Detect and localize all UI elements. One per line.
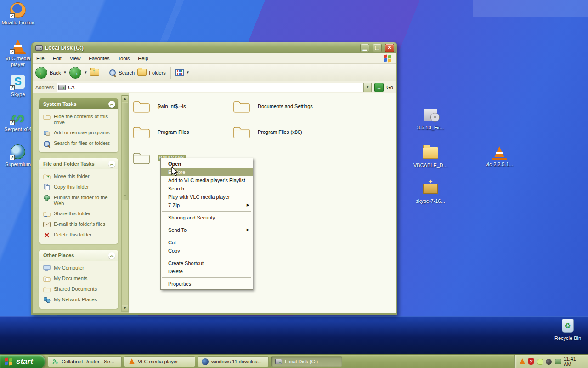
recycle-bin-icon: ♻ [562, 319, 574, 333]
collapse-chevron-icon[interactable]: ︽ [108, 101, 115, 108]
menu-file[interactable]: File [36, 56, 45, 61]
task-hide-contents[interactable]: Hide the contents of this drive [43, 114, 115, 126]
package-box-icon [423, 184, 438, 194]
start-label: start [16, 357, 33, 366]
place-my-documents[interactable]: My Documents [43, 276, 115, 282]
task-add-remove-programs[interactable]: Add or remove programs [43, 130, 115, 136]
ctx-send-to[interactable]: Send To▶ [161, 226, 253, 234]
scroll-up-button[interactable]: ▲ [122, 95, 128, 102]
ctx-copy[interactable]: Copy [161, 247, 253, 255]
taskbar-task-collabnet[interactable]: Collabnet Router - Se... [48, 356, 122, 367]
file-item[interactable]: $win_nt$.~ls [133, 99, 186, 113]
ctx-search[interactable]: Search... [161, 184, 253, 193]
system-tasks-header[interactable]: System Tasks ︽ [39, 98, 118, 109]
place-network-places[interactable]: My Network Places [43, 297, 115, 303]
menu-favorites[interactable]: Favorites [89, 56, 109, 61]
place-label: Shared Documents [54, 286, 97, 292]
task-email-folder[interactable]: E-mail this folder's files [43, 221, 115, 228]
ctx-play-with-vlc[interactable]: Play with VLC media player [161, 193, 253, 201]
taskbar-task-browser[interactable]: windows 11 downloa... [198, 356, 269, 367]
ctx-properties[interactable]: Properties [161, 280, 253, 288]
place-shared-documents[interactable]: Shared Documents [43, 286, 115, 293]
collapse-chevron-icon[interactable]: ︽ [108, 252, 115, 259]
desktop-icon-vbcable-folder[interactable]: VBCABLE_D... [413, 144, 448, 168]
address-dropdown-button[interactable]: ▼ [363, 83, 371, 92]
ctx-create-shortcut[interactable]: Create Shortcut [161, 259, 253, 267]
clock[interactable]: 11:41 AM [564, 356, 584, 367]
panel-title: File and Folder Tasks [43, 161, 95, 167]
desktop-icon-vlc[interactable]: ↗ VLC media player [0, 38, 36, 68]
task-publish-folder[interactable]: Publish this folder to the Web [43, 195, 115, 207]
file-folder-tasks-header[interactable]: File and Folder Tasks ︽ [39, 158, 118, 169]
desktop-icon-label: skype-7-16... [413, 198, 448, 204]
window-title: Local Disk (C:) [45, 45, 357, 51]
task-label: Delete this folder [54, 232, 92, 238]
back-dropdown-icon[interactable]: ▼ [63, 70, 67, 75]
network-tray-icon[interactable] [555, 358, 561, 365]
desktop-icon-serpent[interactable]: ᔕ↗ Serpent x64 [0, 109, 36, 132]
start-button[interactable]: start [0, 355, 45, 368]
desktop-icon-installer[interactable]: 3.5.13_Fir... [413, 107, 448, 131]
task-delete-folder[interactable]: Delete this folder [43, 232, 115, 238]
ctx-delete[interactable]: Delete [161, 267, 253, 276]
up-button[interactable]: ↑ [90, 69, 99, 76]
collapse-chevron-icon[interactable]: ︽ [108, 161, 115, 167]
other-places-header[interactable]: Other Places ︽ [39, 250, 118, 261]
computer-icon [43, 265, 51, 271]
ctx-7zip[interactable]: 7-Zip▶ [161, 201, 253, 209]
desktop-icon-supermium[interactable]: ↗ Supermium [0, 144, 36, 167]
desktop-icon-firefox[interactable]: ↗ Mozilla Firefox [0, 2, 36, 26]
menu-view[interactable]: View [70, 56, 81, 61]
forward-button[interactable]: → ▼ [69, 67, 87, 79]
panel-title: System Tasks [43, 101, 77, 107]
search-button[interactable]: Search [109, 69, 135, 76]
taskbar-task-local-disk[interactable]: Local Disk (C:) [271, 356, 342, 367]
volume-tray-icon[interactable] [546, 358, 552, 365]
task-copy-folder[interactable]: Copy this folder [43, 184, 115, 190]
security-shield-icon[interactable]: ✕ [528, 358, 534, 365]
ctx-add-to-vlc-playlist[interactable]: Add to VLC media player's Playlist [161, 176, 253, 184]
desktop-icon-label: 3.5.13_Fir... [413, 125, 448, 131]
submenu-arrow-icon: ▶ [247, 201, 249, 209]
programs-icon [43, 130, 51, 136]
go-button[interactable]: → [374, 83, 384, 92]
desktop-icon-skype[interactable]: S↗ Skype [0, 74, 36, 98]
desktop-icon-recycle-bin[interactable]: ♻ Recycle Bin [550, 317, 586, 341]
folders-button[interactable]: Folders [137, 69, 166, 76]
file-item[interactable]: Documents and Settings [233, 99, 313, 113]
desktop-icon-label: vlc-2.2.5.1... [481, 161, 517, 167]
scroll-down-button[interactable]: ▼ [122, 305, 128, 311]
forward-dropdown-icon[interactable]: ▼ [84, 70, 87, 75]
address-input[interactable]: C:\ ▼ [57, 83, 372, 92]
back-button[interactable]: ← Back ▼ [35, 67, 67, 79]
ctx-cut[interactable]: Cut [161, 238, 253, 247]
task-share-folder[interactable]: Share this folder [43, 211, 115, 217]
scroll-thumb[interactable] [122, 103, 128, 200]
menu-tools[interactable]: Tools [118, 56, 130, 61]
desktop-icon-label: Recycle Bin [550, 335, 586, 341]
views-button[interactable]: ▼ [175, 69, 190, 76]
maximize-button[interactable]: ▢ [373, 44, 382, 52]
file-item[interactable]: Program Files [133, 125, 189, 139]
place-my-computer[interactable]: My Computer [43, 265, 115, 271]
desktop-icon-vlc-installer[interactable]: vlc-2.2.5.1... [481, 144, 517, 167]
taskbar-task-vlc[interactable]: VLC media player [124, 356, 195, 367]
ctx-sharing-security[interactable]: Sharing and Security... [161, 213, 253, 222]
close-button[interactable]: ✕ [385, 44, 394, 52]
minimize-button[interactable]: ▁ [360, 44, 369, 52]
system-tasks-panel: System Tasks ︽ Hide the contents of this… [39, 98, 118, 152]
sidebar-scrollbar[interactable]: ▲ ▼ [121, 95, 129, 312]
menu-help[interactable]: Help [138, 56, 148, 61]
desktop-icon-label: Mozilla Firefox [0, 20, 36, 26]
messenger-tray-icon[interactable] [537, 358, 543, 365]
file-name: $win_nt$.~ls [158, 104, 186, 109]
folder-icon [133, 99, 150, 113]
menu-edit[interactable]: Edit [53, 56, 62, 61]
title-bar[interactable]: Local Disk (C:) ▁ ▢ ✕ [33, 42, 396, 53]
desktop-icon-skype-installer[interactable]: skype-7-16... [413, 180, 448, 204]
desktop-icon-label: VLC media player [4, 56, 32, 68]
task-move-folder[interactable]: Move this folder [43, 173, 115, 180]
file-item[interactable]: Program Files (x86) [233, 125, 302, 139]
task-search-files[interactable]: Search for files or folders [43, 140, 115, 147]
vlc-tray-icon[interactable] [519, 358, 526, 365]
